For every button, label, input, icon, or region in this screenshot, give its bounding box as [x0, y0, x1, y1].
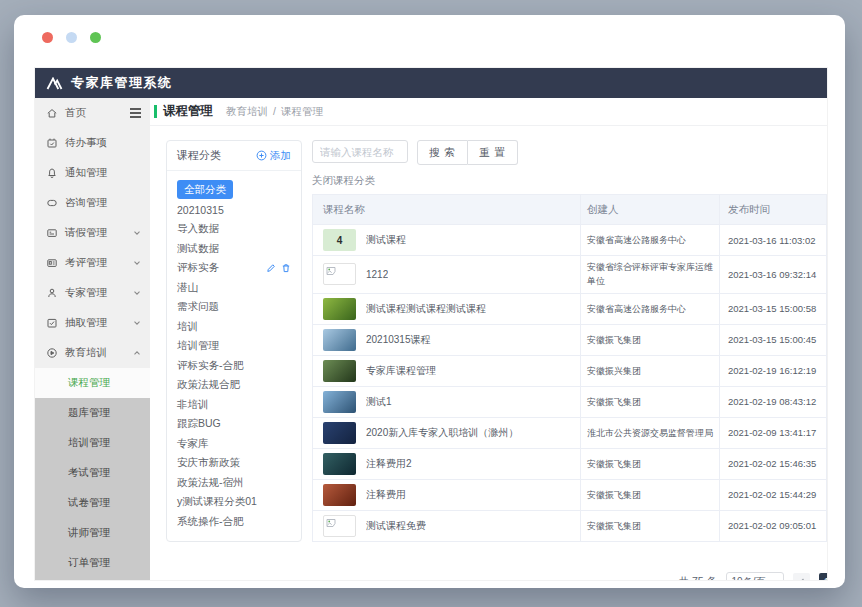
sidebar-submenu-item[interactable]: 讲师管理 [35, 518, 150, 548]
category-item[interactable]: 培训 [177, 317, 291, 337]
sidebar-submenu-item[interactable]: 订单管理 [35, 548, 150, 578]
category-item[interactable]: 安庆市新政策 [177, 454, 291, 474]
category-chip-all[interactable]: 全部分类 [177, 180, 233, 199]
sidebar: 首页待办事项通知管理咨询管理请假管理考评管理专家管理抽取管理教育培训 课程管理 … [35, 98, 150, 580]
cell-course-name: 专家库课程管理 [313, 356, 580, 386]
category-item-label: 系统操作-合肥 [177, 515, 244, 529]
table-row[interactable]: 注释费用2安徽振飞集团2021-02-02 15:46:35 [313, 449, 826, 480]
chevron-down-icon [133, 260, 141, 266]
sidebar-submenu-item[interactable]: 考试管理 [35, 458, 150, 488]
toggle-category-panel-link[interactable]: 关闭课程分类 [312, 174, 375, 188]
cell-creator: 安徽省综合评标评审专家库运维单位 [580, 256, 720, 293]
table-row[interactable]: 专家库课程管理安徽振兴集团2021-02-19 16:12:19 [313, 356, 826, 387]
category-item[interactable]: 政策法规合肥 [177, 376, 291, 396]
delete-trash-icon[interactable] [281, 263, 291, 273]
category-item-label: y测试课程分类01 [177, 495, 257, 509]
table-row[interactable]: 测试课程测试课程测试课程安徽省高速公路服务中心2021-03-15 15:00:… [313, 294, 826, 325]
category-item[interactable]: 非培训 [177, 395, 291, 415]
sidebar-item-5[interactable]: 请假管理 [35, 218, 150, 248]
course-thumbnail [323, 391, 356, 413]
course-name-text: 2020新入库专家入职培训（滁州） [366, 426, 518, 440]
extract-box-icon [46, 317, 58, 329]
sidebar-item-6[interactable]: 考评管理 [35, 248, 150, 278]
page-size-select[interactable]: 10条/页 [726, 572, 784, 580]
course-thumbnail [323, 298, 356, 320]
category-item-actions [266, 263, 291, 273]
course-name-search-input[interactable] [312, 140, 408, 163]
category-item[interactable]: 导入数据 [177, 220, 291, 240]
category-item[interactable]: 测试数据 [177, 239, 291, 259]
table-row[interactable]: 测试课程免费安徽振飞集团2021-02-02 09:05:01 [313, 511, 826, 541]
page-1-button[interactable]: 1 [819, 573, 827, 580]
sidebar-collapse-icon[interactable] [130, 108, 141, 118]
cell-course-name: 测试1 [313, 387, 580, 417]
pagination: 共 75 条 10条/页 [312, 572, 827, 580]
reset-button[interactable]: 重 置 [468, 140, 518, 165]
sidebar-submenu-item[interactable]: 培训管理 [35, 428, 150, 458]
table-row[interactable]: 2020新入库专家入职培训（滁州）淮北市公共资源交易监督管理局2021-02-0… [313, 418, 826, 449]
category-item[interactable]: 培训管理 [177, 337, 291, 357]
category-item[interactable]: 专家库 [177, 434, 291, 454]
training-play-icon [46, 347, 58, 359]
table-row[interactable]: 4测试课程安徽省高速公路服务中心2021-03-16 11:03:02 [313, 225, 826, 256]
course-name-text: 测试1 [366, 395, 392, 409]
sidebar-item-course-management-active[interactable]: 课程管理 [35, 368, 150, 398]
category-item[interactable]: 20210315 [177, 200, 291, 220]
category-item-label: 评标实务 [177, 261, 219, 275]
search-button[interactable]: 搜 索 [417, 140, 468, 165]
table-row[interactable]: 1212安徽省综合评标评审专家库运维单位2021-03-16 09:32:14 [313, 256, 826, 294]
minimize-window-button[interactable] [66, 32, 77, 43]
table-row[interactable]: 注释费用安徽振飞集团2021-02-02 15:44:29 [313, 480, 826, 511]
prev-page-button[interactable] [793, 573, 810, 580]
category-item-label: 需求问题 [177, 300, 219, 314]
title-accent-bar [154, 105, 157, 118]
sidebar-item-3[interactable]: 通知管理 [35, 158, 150, 188]
sidebar-item-1[interactable]: 首页 [35, 98, 150, 128]
course-thumbnail [323, 453, 356, 475]
chevron-down-icon [133, 290, 141, 296]
category-item[interactable]: 系统操作-合肥 [177, 512, 291, 532]
close-window-button[interactable] [42, 32, 53, 43]
cell-publish-time: 2021-02-19 08:43:12 [720, 387, 826, 417]
category-item[interactable]: y测试课程分类01 [177, 493, 291, 513]
sidebar-submenu-item[interactable]: 试卷管理 [35, 488, 150, 518]
category-item[interactable]: 评标实务-合肥 [177, 356, 291, 376]
category-list: 全部分类 20210315导入数据测试数据评标实务潜山需求问题培训培训管理评标实… [167, 171, 301, 541]
cell-course-name: 1212 [313, 256, 580, 293]
app-window: 专家库管理系统 首页待办事项通知管理咨询管理请假管理考评管理专家管理抽取管理教育… [14, 15, 845, 588]
sidebar-item-4[interactable]: 咨询管理 [35, 188, 150, 218]
category-item[interactable]: 需求问题 [177, 298, 291, 318]
table-row[interactable]: 20210315课程安徽振飞集团2021-03-15 15:00:45 [313, 325, 826, 356]
category-item[interactable]: 潜山 [177, 278, 291, 298]
course-thumbnail [323, 515, 356, 537]
table-row[interactable]: 测试1安徽振飞集团2021-02-19 08:43:12 [313, 387, 826, 418]
sidebar-item-9[interactable]: 教育培训 [35, 338, 150, 368]
app-title: 专家库管理系统 [71, 74, 173, 92]
cell-publish-time: 2021-03-15 15:00:45 [720, 325, 826, 355]
leave-card-icon [46, 227, 58, 239]
add-category-button[interactable]: 添加 [256, 149, 291, 163]
edit-pencil-icon[interactable] [266, 263, 276, 273]
category-item[interactable]: 跟踪BUG [177, 415, 291, 435]
sidebar-item-2[interactable]: 待办事项 [35, 128, 150, 158]
category-item[interactable]: 评标实务 [177, 259, 291, 279]
sidebar-item-label: 考评管理 [65, 256, 107, 270]
page-title: 课程管理 [163, 103, 213, 120]
sidebar-item-8[interactable]: 抽取管理 [35, 308, 150, 338]
chevron-down-icon [770, 579, 778, 580]
breadcrumb-parent[interactable]: 教育培训 [226, 105, 268, 119]
category-item[interactable]: 政策法规-宿州 [177, 473, 291, 493]
page-header: 课程管理 教育培训 / 课程管理 [150, 98, 827, 126]
course-name-text: 注释费用 [366, 488, 406, 502]
category-item-label: 潜山 [177, 281, 198, 295]
course-name-text: 注释费用2 [366, 457, 412, 471]
sidebar-submenu-item[interactable]: 题库管理 [35, 398, 150, 428]
sidebar-submenu: 题库管理培训管理考试管理试卷管理讲师管理订单管理 [35, 398, 150, 580]
home-icon [46, 107, 58, 119]
zoom-window-button[interactable] [90, 32, 101, 43]
breadcrumb-current[interactable]: 课程管理 [281, 105, 323, 119]
course-name-text: 专家库课程管理 [366, 364, 436, 378]
sidebar-item-7[interactable]: 专家管理 [35, 278, 150, 308]
sidebar-item-label: 待办事项 [65, 136, 107, 150]
category-item-label: 非培训 [177, 398, 209, 412]
